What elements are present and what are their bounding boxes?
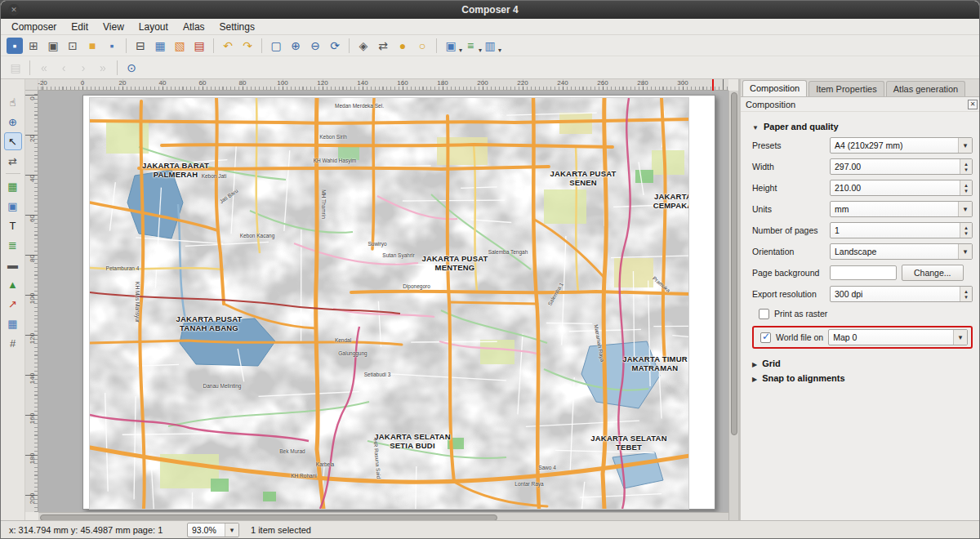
composer-manager-icon[interactable]: ⊡	[64, 37, 82, 55]
atlas-toolbar: ▤«‹›»⊙	[1, 56, 979, 79]
select-move-item-tool-icon[interactable]: ↖	[4, 132, 22, 150]
zoom-full-icon[interactable]: ▢	[267, 37, 285, 55]
menu-atlas[interactable]: Atlas	[176, 20, 212, 34]
page-background-label: Page background	[752, 268, 830, 278]
units-dropdown[interactable]: mm	[830, 201, 973, 217]
save-project-icon[interactable]: ▪	[7, 38, 23, 54]
add-attribute-table-icon[interactable]: ▦	[4, 314, 22, 332]
section-paper-and-quality[interactable]: Paper and quality	[752, 122, 973, 131]
world-file-checkbox[interactable]	[760, 332, 771, 343]
redo-icon[interactable]: ↷	[238, 37, 256, 55]
spinner-arrows-icon[interactable]	[960, 287, 972, 301]
world-file-map-dropdown[interactable]: Map 0	[828, 329, 968, 345]
street-label: Salemba Tengah	[488, 249, 528, 255]
page-background-swatch[interactable]	[830, 265, 897, 280]
menu-view[interactable]: View	[96, 20, 131, 34]
add-arrow-icon[interactable]: ↗	[4, 295, 22, 313]
ruler-label: 20	[118, 79, 127, 87]
district-label-line: JAKARTA TIMUR	[622, 354, 688, 363]
next-feature-icon: ›	[74, 59, 92, 77]
duplicate-composition-icon[interactable]: ▣	[44, 37, 62, 55]
raise-selected-items-icon[interactable]: ≡▾	[461, 37, 479, 55]
export-resolution-row: Export resolution 300 dpi	[752, 283, 973, 305]
export-as-pdf-icon[interactable]: ▤	[190, 37, 208, 55]
dropdown-arrow-icon[interactable]: ▾	[498, 47, 501, 54]
add-basic-shape-icon[interactable]: ▲	[4, 275, 22, 293]
align-selected-items-icon[interactable]: ▥▾	[481, 37, 499, 55]
section-grid[interactable]: Grid	[752, 359, 973, 368]
add-new-scalebar-icon[interactable]: ▬	[4, 256, 22, 274]
preview-atlas-icon[interactable]: ⊙	[122, 59, 140, 77]
width-value: 297.00	[831, 162, 960, 172]
undo-icon[interactable]: ↶	[219, 37, 237, 55]
add-new-map-icon[interactable]: ▦	[4, 177, 22, 195]
composition-canvas[interactable]: JAKARTA BARATPALMERAHJAKARTA PUSATSENENJ…	[38, 91, 728, 512]
spinner-arrows-icon[interactable]	[960, 159, 972, 174]
ruler-label: 120	[316, 79, 328, 87]
select-move-item-icon[interactable]: ◈	[354, 37, 372, 55]
height-spinbox[interactable]: 210.00	[830, 180, 973, 196]
page-background-change-button[interactable]: Change...	[902, 265, 964, 281]
district-label-line: PALMERAH	[142, 170, 209, 179]
window-close-icon[interactable]: ✕	[8, 4, 20, 16]
menu-edit[interactable]: Edit	[64, 20, 96, 34]
export-as-image-icon[interactable]: ▦	[151, 37, 169, 55]
load-from-template-icon[interactable]: ■	[83, 37, 101, 55]
add-new-label-icon[interactable]: T	[4, 216, 22, 234]
ruler-label: 280	[636, 79, 648, 87]
number-of-pages-spinbox[interactable]: 1	[830, 222, 973, 238]
export-resolution-spinbox[interactable]: 300 dpi	[830, 286, 973, 302]
lock-selected-items-icon[interactable]: ●	[394, 37, 412, 55]
add-html-frame-icon[interactable]: #	[4, 334, 22, 352]
vertical-scrollbar[interactable]	[728, 91, 738, 522]
orientation-dropdown[interactable]: Landscape	[830, 243, 973, 260]
width-spinbox[interactable]: 297.00	[830, 158, 973, 175]
panel-close-icon[interactable]	[968, 100, 978, 109]
export-as-svg-icon[interactable]: ▧	[171, 37, 189, 55]
presets-dropdown[interactable]: A4 (210x297 mm)	[830, 137, 973, 154]
group-items-icon[interactable]: ▣▾	[442, 37, 460, 55]
save-as-template-icon[interactable]: ▪	[103, 37, 121, 55]
zoom-composer-icon[interactable]: ⊕	[4, 113, 22, 131]
add-image-icon[interactable]: ▣	[4, 197, 22, 215]
status-bar: x: 314.794 mm y: 45.4987 mm page: 1 93.0…	[1, 520, 979, 538]
district-label-line: MATRAMAN	[622, 363, 688, 372]
move-item-content-icon[interactable]: ⇄	[374, 37, 392, 55]
new-composition-icon[interactable]: ⊞	[24, 37, 42, 55]
tab-atlas-generation[interactable]: Atlas generation	[886, 81, 966, 96]
section-snap-to-alignments[interactable]: Snap to alignments	[752, 373, 973, 383]
zoom-in-icon[interactable]: ⊕	[287, 37, 305, 55]
vertical-scrollbar-thumb[interactable]	[731, 92, 737, 435]
print-icon[interactable]: ⊟	[131, 37, 149, 55]
refresh-view-icon[interactable]: ⟳	[326, 37, 344, 55]
tab-composition[interactable]: Composition	[742, 80, 807, 96]
menu-composer[interactable]: Composer	[4, 20, 64, 34]
zoom-level-dropdown[interactable]: 93.0%	[187, 523, 239, 537]
street-label: Danau Melinting	[203, 383, 242, 389]
add-new-legend-icon[interactable]: ≣	[4, 236, 22, 254]
world-file-label: World file on	[776, 332, 823, 342]
number-of-pages-value: 1	[831, 225, 960, 235]
district-label: JAKARTACEMPAKA	[653, 192, 689, 211]
menu-settings[interactable]: Settings	[212, 20, 262, 34]
tab-item-properties[interactable]: Item Properties	[808, 81, 884, 96]
ruler-label: 60	[29, 212, 36, 225]
menu-layout[interactable]: Layout	[131, 20, 176, 34]
map-item[interactable]: JAKARTA BARATPALMERAHJAKARTA PUSATSENENJ…	[89, 97, 689, 510]
spinner-arrows-icon[interactable]	[960, 180, 972, 195]
move-item-content-tool-icon[interactable]: ⇄	[4, 152, 22, 170]
street-label: Kendal	[335, 337, 351, 343]
unlock-all-items-icon[interactable]: ○	[413, 37, 431, 55]
paper-page[interactable]: JAKARTA BARATPALMERAHJAKARTA PUSATSENENJ…	[82, 95, 715, 510]
district-label: JAKARTA TIMURMATRAMAN	[622, 354, 688, 373]
zoom-out-icon[interactable]: ⊖	[306, 37, 324, 55]
presets-row: Presets A4 (210x297 mm)	[752, 135, 973, 156]
spinner-arrows-icon[interactable]	[960, 223, 972, 238]
composition-panel: CompositionItem PropertiesAtlas generati…	[740, 79, 980, 520]
print-as-raster-checkbox[interactable]	[759, 309, 769, 319]
chevron-down-icon	[225, 523, 238, 537]
units-value: mm	[831, 204, 958, 214]
ruler-label: 80	[238, 79, 247, 87]
pan-composer-icon[interactable]: ☝	[4, 93, 22, 111]
toolbar-separator	[436, 38, 437, 53]
